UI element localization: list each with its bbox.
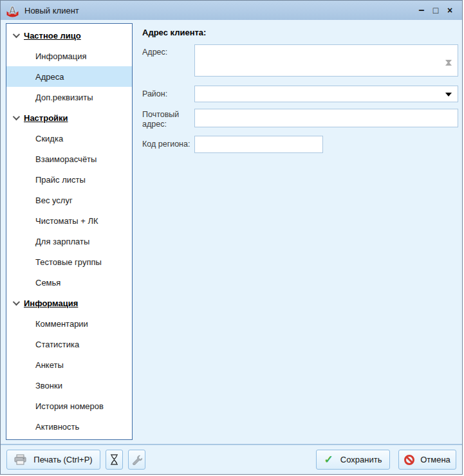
sidebar-group-label: Частное лицо [24,31,81,41]
prohibition-icon [404,455,414,465]
sidebar-item-label: Скидка [35,134,63,143]
sidebar-item[interactable]: Скидка [6,128,132,149]
district-dropdown[interactable] [194,86,458,102]
sidebar-item-label: Доп.реквизиты [35,93,93,102]
sidebar-tree: Частное лицо Информация Адреса Доп.рекви… [6,23,133,440]
sidebar-item-label: Звонки [35,381,62,390]
address-textarea[interactable] [195,45,443,76]
sidebar-item-label: Адреса [35,72,64,82]
wrench-icon [132,455,142,465]
app-logo-icon: A [6,4,19,17]
address-label: Адрес: [142,44,194,77]
sidebar-item-label: Для зарплаты [35,237,89,246]
sidebar-group[interactable]: Частное лицо [6,25,132,46]
dropdown-arrow-icon [445,93,452,96]
sidebar-item[interactable]: Вес услуг [6,190,132,210]
sidebar-item-label: Статистика [35,340,79,349]
sidebar-item[interactable]: Семья [6,272,132,293]
print-button[interactable]: Печать (Ctrl+P) [6,450,100,470]
maximize-button[interactable]: □ [429,3,443,17]
sidebar-item-label: Семья [35,278,60,288]
content-area: Частное лицо Информация Адреса Доп.рекви… [1,20,462,444]
sidebar-item[interactable]: Взаиморасчёты [6,149,132,169]
sidebar-item[interactable]: Прайс листы [6,169,132,190]
sidebar-item[interactable]: Статистика [6,334,132,354]
save-button[interactable]: ✓ Сохранить [316,450,390,470]
sidebar-item[interactable]: Чистоматы + ЛК [6,210,132,231]
postal-address-label: Почтовый адрес: [142,109,194,129]
client-address-form: Адрес клиента: Адрес: Райо [133,20,462,444]
sidebar-item-label: Анкеты [35,360,64,370]
sidebar-item[interactable]: История номеров [6,396,132,416]
scroll-down-icon[interactable] [445,64,454,70]
titlebar: A Новый клиент – □ × [1,1,462,20]
sidebar-item-label: Прайс листы [35,175,86,185]
cancel-button-label: Отмена [420,455,450,464]
sidebar-item[interactable]: Звонки [6,375,132,396]
chevron-down-icon [13,31,20,38]
sidebar-item[interactable]: Адреса [6,66,132,87]
minimize-button[interactable]: – [414,3,429,17]
sidebar-item[interactable]: Информация [6,46,132,66]
sidebar-group-label: Настройки [24,113,68,123]
sidebar-group-label: Информация [24,298,78,308]
sidebar-item-label: История номеров [35,401,104,411]
sidebar-item[interactable]: Анкеты [6,354,132,375]
sidebar-item-label: Чистоматы + ЛК [35,216,98,226]
sidebar-item-label: Комментарии [35,319,88,329]
close-button[interactable]: × [443,3,457,17]
sidebar-item[interactable]: Доп.реквизиты [6,87,132,107]
postal-address-input[interactable] [194,109,458,127]
sidebar-item[interactable]: Активность [6,416,132,437]
sidebar-item-label: Активность [35,422,79,432]
chevron-down-icon [13,298,20,306]
tools-button[interactable] [128,450,145,470]
save-button-label: Сохранить [340,455,382,464]
sidebar-group[interactable]: Информация [6,293,132,313]
chevron-down-icon [13,113,20,120]
printer-icon [14,454,26,465]
sidebar-item-label: Тестовые группы [35,257,102,267]
sidebar-group[interactable]: Настройки [6,107,132,128]
bottom-toolbar: Печать (Ctrl+P) ✓ Сохрани [1,444,462,474]
region-code-input[interactable] [194,136,323,153]
district-label: Район: [142,86,194,102]
svg-text:A: A [8,5,16,17]
sidebar-item[interactable]: Для зарплаты [6,231,132,252]
window-title: Новый клиент [24,6,79,15]
sidebar-item-label: Взаиморасчёты [35,154,97,164]
sidebar-item-label: Вес услуг [35,196,73,205]
new-client-window: A Новый клиент – □ × Частное лицо Информ… [0,0,463,475]
history-button[interactable] [106,450,123,470]
region-code-label: Код региона: [142,136,194,153]
print-button-label: Печать (Ctrl+P) [33,455,92,464]
hourglass-icon [110,454,118,465]
sidebar-item[interactable]: Тестовые группы [6,252,132,272]
check-icon: ✓ [324,454,333,465]
address-textarea-wrap [194,44,458,77]
sidebar-item-label: Информация [35,51,87,61]
form-title: Адрес клиента: [142,28,458,37]
scroll-up-icon[interactable] [445,51,454,57]
sidebar-item[interactable]: Комментарии [6,313,132,334]
window-controls: – □ × [414,3,457,17]
cancel-button[interactable]: Отмена [398,450,456,470]
toolbar-right-group: ✓ Сохранить Отмена [316,450,456,470]
